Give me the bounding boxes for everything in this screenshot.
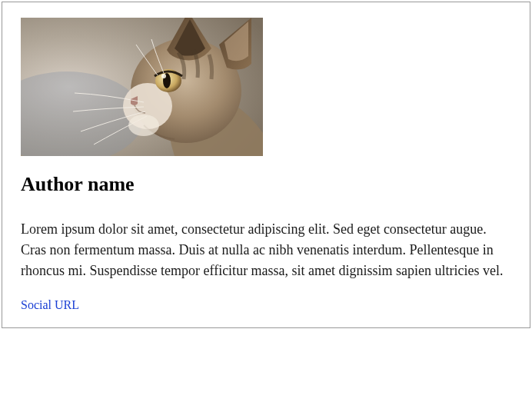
author-bio-text: Lorem ipsum dolor sit amet, consectetur … [21, 219, 511, 281]
svg-point-6 [161, 74, 166, 78]
author-image [21, 18, 263, 156]
author-social-link[interactable]: Social URL [21, 298, 79, 311]
svg-point-7 [128, 115, 159, 136]
author-card: Author name Lorem ipsum dolor sit amet, … [2, 2, 530, 328]
author-name-heading: Author name [21, 173, 511, 196]
